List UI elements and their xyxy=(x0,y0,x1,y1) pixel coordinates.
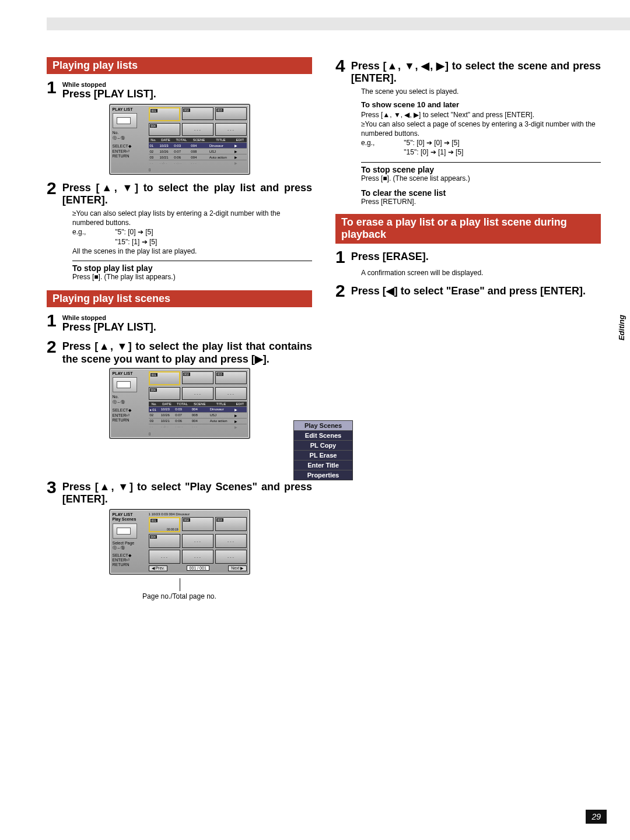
section-title-erase: To erase a play list or a play list scen… xyxy=(335,214,601,244)
section-tab: Editing xyxy=(617,315,626,340)
context-menu: Play Scenes Edit Scenes PL Copy PL Erase… xyxy=(293,420,353,480)
page-indicator: 001 / 001 xyxy=(187,565,209,571)
next-page-button[interactable]: Next ▶ xyxy=(228,565,246,571)
page-number: 29 xyxy=(586,810,607,824)
step-2-main: Press [▲, ▼] to select the play list and… xyxy=(62,182,312,206)
ctx-enter-title[interactable]: Enter Title xyxy=(294,460,352,470)
ctx-edit-scenes[interactable]: Edit Scenes xyxy=(294,430,352,440)
page-no-callout: Page no./Total page no. xyxy=(47,578,312,602)
stop-scene-play-head: To stop scene play xyxy=(361,165,601,174)
step-number-2: 2 xyxy=(47,180,57,197)
play-list-osd-2: PLAY LIST No. ⓪ – ⑨ SELECT◆ ENTER⏎ RETUR… xyxy=(109,368,250,439)
ctx-pl-copy[interactable]: PL Copy xyxy=(294,440,352,450)
step-1-main: Press [PLAY LIST]. xyxy=(62,88,156,100)
scenes-step-3-num: 3 xyxy=(47,479,57,496)
step-2-note-e: All the scenes in the play list are play… xyxy=(72,247,312,256)
stop-play-list-play-body: Press [■]. (The play list appears.) xyxy=(72,273,312,281)
ctx-play-scenes[interactable]: Play Scenes xyxy=(294,421,352,430)
step-1-sub: While stopped xyxy=(62,81,156,88)
play-list-osd-1: PLAY LIST No. ⓪ – ⑨ SELECT◆ ENTER⏎ RETUR… xyxy=(109,104,250,175)
to-show-scene-head: To show scene 10 and later xyxy=(361,100,601,110)
step-2-note-a: ≥You can also select play lists by enter… xyxy=(72,209,312,227)
scenes-step-2-num: 2 xyxy=(47,338,57,356)
erase-step-1-num: 1 xyxy=(335,248,345,266)
ctx-pl-erase[interactable]: PL Erase xyxy=(294,450,352,460)
stop-play-list-play-head: To stop play list play xyxy=(72,263,312,273)
clear-scene-list-head: To clear the scene list xyxy=(361,188,601,198)
prev-page-button[interactable]: ◀ Prev. xyxy=(149,565,168,571)
scenes-step-1-num: 1 xyxy=(47,312,57,329)
erase-step-2-num: 2 xyxy=(335,282,345,300)
step-number-1: 1 xyxy=(47,79,57,96)
step-number-4: 4 xyxy=(335,57,345,75)
ctx-properties[interactable]: Properties xyxy=(294,470,352,480)
section-title-playing-play-list-scenes: Playing play list scenes xyxy=(47,290,312,307)
section-title-playing-play-lists: Playing play lists xyxy=(47,57,312,74)
top-gray-bar xyxy=(47,17,630,30)
play-scenes-osd: PLAY LIST Play Scenes Select Page ⓪ – ⑨ … xyxy=(109,509,250,575)
